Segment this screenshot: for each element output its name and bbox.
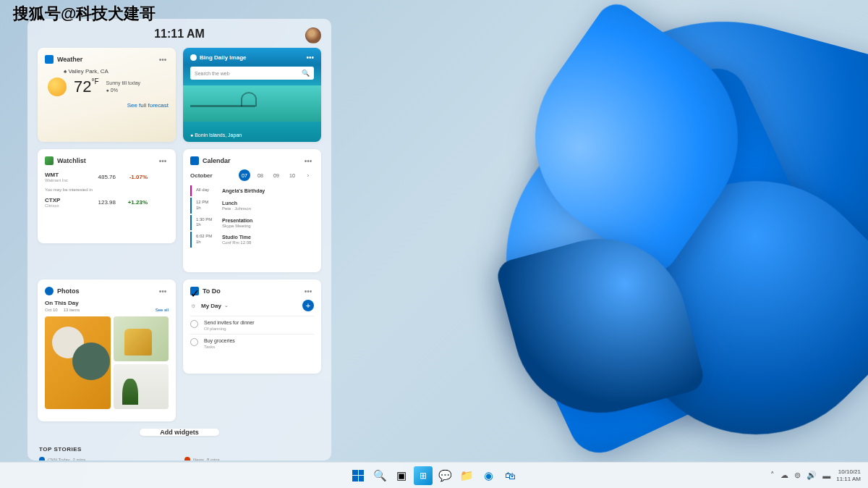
calendar-day[interactable]: 09: [271, 169, 282, 181]
top-stories-section: TOP STORIES CNN Today2 mins One of the s…: [38, 442, 321, 460]
todo-checkbox[interactable]: [190, 320, 198, 328]
stories-heading: TOP STORIES: [39, 446, 320, 453]
weather-title: Weather: [57, 56, 153, 63]
stock-row[interactable]: WMTWalmart Inc 485.76 -1.07%: [45, 169, 169, 185]
photos-widget[interactable]: Photos ••• On This Day Oct 10 13 items S…: [38, 279, 176, 421]
photos-date: Oct 10: [45, 308, 58, 312]
widget-menu-button[interactable]: •••: [306, 54, 314, 62]
bing-title: Bing Daily Image: [200, 54, 303, 61]
system-clock[interactable]: 10/10/21 11:11 AM: [836, 468, 861, 482]
watermark-text: 搜狐号@科技犬建哥: [13, 3, 156, 25]
calendar-day[interactable]: 07: [239, 169, 250, 181]
photo-thumbnail[interactable]: [45, 316, 111, 409]
source-icon: [39, 457, 45, 460]
calendar-day[interactable]: 10: [286, 169, 298, 181]
sun-icon: [48, 77, 67, 96]
widget-menu-button[interactable]: •••: [157, 287, 169, 295]
start-button[interactable]: [349, 466, 367, 485]
calendar-icon: [190, 156, 199, 165]
widget-menu-button[interactable]: •••: [302, 157, 314, 164]
bing-search-input[interactable]: Search the web🔍: [190, 67, 314, 80]
widgets-panel: 11:11 AM Weather ••• ♠ Valley Park, CA 7…: [27, 19, 331, 460]
weather-widget[interactable]: Weather ••• ♠ Valley Park, CA 72°F Sunny…: [38, 48, 176, 142]
stock-change: +1.23%: [122, 199, 148, 206]
sun-icon: ☼: [190, 302, 197, 309]
bing-caption: ● Bonin Islands, Japan: [190, 132, 242, 138]
todo-widget[interactable]: ✓ To Do ••• ☼ My Day ⌄ + Send invites fo…: [183, 279, 321, 374]
calendar-event[interactable]: 1:30 PM1h PresentationSkype Meeting: [190, 215, 314, 231]
story-card[interactable]: CNN Today2 mins One of the smallest blac…: [39, 457, 174, 460]
stock-row[interactable]: CTXPCitrixxx 123.98 +1.23%: [45, 195, 169, 210]
calendar-event[interactable]: All day Angela's Birthday: [190, 185, 314, 196]
search-icon: 🔍: [302, 70, 310, 77]
calendar-month: October: [190, 172, 234, 179]
battery-icon[interactable]: ▬: [822, 471, 830, 480]
calendar-next[interactable]: ›: [302, 169, 314, 181]
photos-title: Photos: [57, 287, 153, 295]
widget-menu-button[interactable]: •••: [157, 157, 169, 164]
user-avatar[interactable]: [305, 28, 321, 43]
finance-widget[interactable]: Watchlist ••• WMTWalmart Inc 485.76 -1.0…: [38, 149, 176, 243]
weather-location: ♠ Valley Park, CA: [64, 68, 169, 75]
weather-icon: [45, 55, 54, 64]
chevron-up-icon[interactable]: ˄: [770, 471, 775, 480]
finance-title: Watchlist: [57, 157, 153, 164]
photos-subtitle: On This Day: [45, 300, 169, 306]
photos-seeall-link[interactable]: See all: [156, 308, 169, 312]
weather-description: Sunny till today: [106, 80, 140, 87]
todo-item[interactable]: Buy groceriesTasks: [190, 334, 314, 352]
weather-temperature: 72°F: [74, 77, 99, 96]
stock-value: 485.76: [87, 174, 116, 180]
add-widgets-button[interactable]: Add widgets: [140, 429, 219, 436]
wifi-icon[interactable]: ⊚: [794, 471, 801, 480]
widget-menu-button[interactable]: •••: [157, 56, 169, 63]
source-icon: [184, 457, 190, 460]
weather-forecast-link[interactable]: See full forecast: [45, 102, 169, 109]
story-card[interactable]: News8 mins Are coffee naps the answer to…: [184, 457, 320, 460]
finance-note: You may be interested in: [45, 188, 169, 192]
edge-button[interactable]: ◉: [479, 466, 498, 485]
task-view-button[interactable]: ▣: [392, 466, 411, 485]
finance-icon: [45, 156, 54, 165]
taskbar: 🔍 ▣ ⊞ 💬 📁 ◉ 🛍 ˄ ☁ ⊚ 🔊 ▬ 10/10/21 11:11 A…: [0, 462, 868, 488]
stock-change: -1.07%: [122, 174, 148, 180]
todo-icon: ✓: [190, 287, 199, 295]
photos-icon: [45, 287, 54, 295]
search-button[interactable]: 🔍: [370, 466, 389, 485]
widget-menu-button[interactable]: •••: [302, 287, 314, 295]
calendar-event[interactable]: 6:02 PM1h Studio TimeConf Rm 12.08: [190, 232, 314, 248]
panel-time: 11:11 AM: [154, 28, 205, 41]
chat-button[interactable]: 💬: [435, 466, 454, 485]
photo-thumbnail[interactable]: [114, 364, 169, 409]
calendar-widget[interactable]: Calendar ••• October 07 08 09 10 › All d…: [183, 149, 321, 272]
todo-title: To Do: [203, 287, 299, 295]
todo-myday-label: My Day: [201, 303, 221, 309]
bing-icon: [190, 54, 197, 61]
calendar-day[interactable]: 08: [255, 169, 266, 181]
todo-checkbox[interactable]: [190, 338, 198, 346]
file-explorer-button[interactable]: 📁: [457, 466, 476, 485]
todo-item[interactable]: Send invites for dinnerOf planning: [190, 316, 314, 334]
calendar-event[interactable]: 12 PM1h LunchPete · Johnson: [190, 198, 314, 214]
weather-precip: ● 0%: [106, 87, 140, 94]
onedrive-icon[interactable]: ☁: [780, 471, 788, 480]
photos-count: 13 items: [64, 308, 80, 312]
volume-icon[interactable]: 🔊: [807, 471, 817, 480]
add-task-button[interactable]: +: [302, 300, 314, 311]
widgets-button[interactable]: ⊞: [414, 466, 433, 485]
photo-thumbnail[interactable]: [114, 316, 169, 361]
calendar-title: Calendar: [203, 157, 299, 164]
bing-widget[interactable]: Bing Daily Image ••• Search the web🔍 ● B…: [183, 48, 321, 142]
store-button[interactable]: 🛍: [501, 466, 519, 485]
stock-value: 123.98: [87, 199, 116, 206]
chevron-down-icon[interactable]: ⌄: [224, 303, 229, 308]
